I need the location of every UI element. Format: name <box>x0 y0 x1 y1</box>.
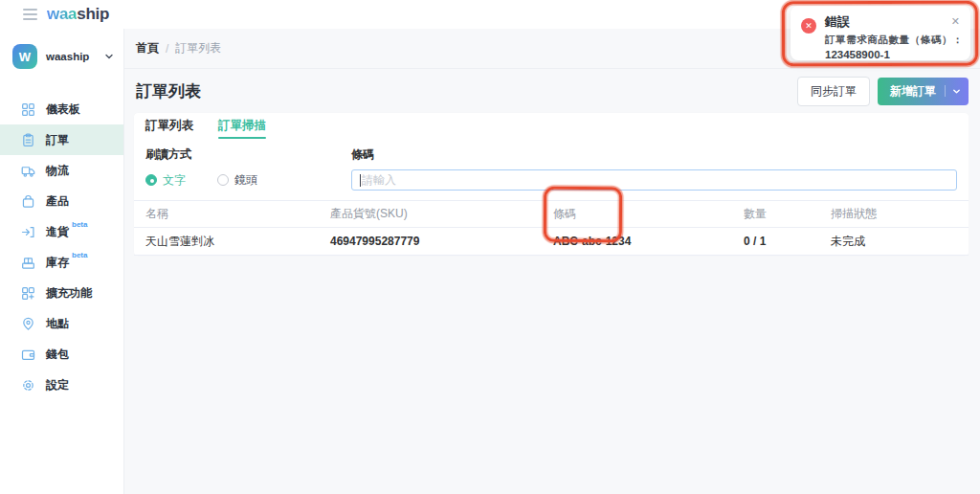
sidebar-item-label: 儀表板 <box>46 101 80 118</box>
page-title: 訂單列表 <box>136 80 797 102</box>
workspace-name: waaship <box>46 51 104 62</box>
sidebar-nav: 儀表板 訂單 物流 產品 進貨beta <box>0 94 123 400</box>
cell-sku: 46947995287779 <box>319 228 542 256</box>
sidebar-item-locations[interactable]: 地點 <box>0 308 123 339</box>
orders-icon <box>21 133 35 147</box>
sidebar-item-label: 擴充功能 <box>46 285 92 302</box>
title-row: 訂單列表 同步訂單 新增訂單 <box>124 69 980 113</box>
error-icon: ✕ <box>801 18 816 34</box>
breadcrumb-current: 訂單列表 <box>175 40 221 56</box>
cell-name: 天山雪蓮剉冰 <box>134 228 319 256</box>
beta-badge: beta <box>72 220 87 229</box>
toast-message: 訂單需求商品數量（條碼）： <box>825 34 959 46</box>
sidebar-item-purchase[interactable]: 進貨beta <box>0 216 123 247</box>
close-icon[interactable]: ✕ <box>951 16 960 27</box>
column-header-status: 掃描狀態 <box>819 201 969 228</box>
chevron-down-icon <box>104 52 114 61</box>
sidebar-item-label: 庫存beta <box>46 255 87 271</box>
logo-text-waa: waa <box>47 5 77 24</box>
scan-method-label: 刷讀方式 <box>145 146 351 163</box>
toast-message-value: 123458900-1 <box>825 49 959 61</box>
error-toast: ✕ 錯誤 ✕ 訂單需求商品數量（條碼）： 123458900-1 <box>791 6 970 60</box>
orders-card: 訂單列表 訂單掃描 刷讀方式 文字 鏡頭 條碼 <box>134 113 969 256</box>
create-order-label: 新增訂單 <box>890 83 936 100</box>
sidebar-item-label: 訂單 <box>46 132 69 148</box>
sidebar-item-label: 進貨beta <box>46 224 87 240</box>
workspace-avatar: W <box>12 44 37 69</box>
sidebar-item-label: 地點 <box>46 316 69 332</box>
radio-text-mode[interactable]: 文字 <box>145 172 186 189</box>
sidebar-item-label: 物流 <box>46 163 69 179</box>
sidebar: W waaship 儀表板 訂單 物流 產品 <box>0 29 124 494</box>
column-header-name: 名稱 <box>134 201 319 228</box>
cell-qty: 0 / 1 <box>732 228 819 256</box>
radio-camera-mode[interactable]: 鏡頭 <box>217 172 257 189</box>
tab-order-list[interactable]: 訂單列表 <box>145 113 193 139</box>
incoming-arrow-icon <box>21 225 35 239</box>
create-order-button[interactable]: 新增訂單 <box>878 78 969 105</box>
truck-icon <box>21 164 35 178</box>
scan-method-radio-group: 文字 鏡頭 <box>145 169 351 191</box>
barcode-label: 條碼 <box>351 146 957 163</box>
sync-orders-button[interactable]: 同步訂單 <box>797 77 870 106</box>
radio-selected-icon <box>145 174 157 186</box>
cell-barcode: ABC-abc-1234 <box>542 228 732 256</box>
scan-form: 刷讀方式 文字 鏡頭 條碼 請輸入 <box>134 139 969 200</box>
column-header-qty: 數量 <box>732 201 819 228</box>
column-header-barcode: 條碼 <box>542 201 732 228</box>
barcode-input-placeholder: 請輸入 <box>362 172 396 189</box>
breadcrumb-separator: / <box>166 42 168 56</box>
radio-unselected-icon <box>217 174 229 186</box>
chevron-down-icon <box>952 87 961 96</box>
sidebar-item-settings[interactable]: 設定 <box>0 370 123 400</box>
sidebar-item-label: 產品 <box>46 193 69 210</box>
tab-bar: 訂單列表 訂單掃描 <box>134 113 969 139</box>
toast-title: 錯誤 <box>825 15 959 29</box>
app-logo: waaship <box>47 5 109 24</box>
dashboard-icon <box>21 102 35 117</box>
column-header-sku: 產品貨號(SKU) <box>319 201 542 228</box>
scan-items-table: 名稱 產品貨號(SKU) 條碼 數量 掃描狀態 天山雪蓮剉冰 469479952… <box>134 200 969 256</box>
button-divider <box>945 85 946 97</box>
extensions-icon <box>21 286 35 301</box>
sidebar-item-label: 設定 <box>46 377 69 393</box>
boxes-icon <box>21 256 35 270</box>
cell-status: 未完成 <box>819 228 969 256</box>
sidebar-item-products[interactable]: 產品 <box>0 186 123 216</box>
beta-badge: beta <box>72 251 87 259</box>
table-row: 天山雪蓮剉冰 46947995287779 ABC-abc-1234 0 / 1… <box>134 228 969 256</box>
table-header-row: 名稱 產品貨號(SKU) 條碼 數量 掃描狀態 <box>134 201 969 228</box>
wallet-icon <box>21 348 35 362</box>
logo-text-ship: ship <box>77 5 109 24</box>
menu-toggle-icon[interactable] <box>23 9 37 20</box>
sidebar-item-dashboard[interactable]: 儀表板 <box>0 94 123 124</box>
gear-icon <box>21 378 35 393</box>
barcode-input[interactable]: 請輸入 <box>351 169 957 191</box>
sidebar-item-inventory[interactable]: 庫存beta <box>0 247 123 278</box>
breadcrumb-home-link[interactable]: 首頁 <box>136 40 159 56</box>
sidebar-item-wallet[interactable]: 錢包 <box>0 339 123 370</box>
map-pin-icon <box>21 317 35 331</box>
tab-order-scan[interactable]: 訂單掃描 <box>218 113 266 139</box>
bag-icon <box>21 194 35 209</box>
sidebar-item-logistics[interactable]: 物流 <box>0 155 123 186</box>
main-content: 首頁 / 訂單列表 訂單列表 同步訂單 新增訂單 訂單列表 訂單掃描 刷讀方式 <box>124 29 980 494</box>
sidebar-item-orders[interactable]: 訂單 <box>0 124 123 155</box>
text-caret <box>360 174 361 187</box>
sidebar-item-label: 錢包 <box>46 347 69 363</box>
workspace-selector[interactable]: W waaship <box>0 29 123 84</box>
sidebar-item-extensions[interactable]: 擴充功能 <box>0 278 123 308</box>
